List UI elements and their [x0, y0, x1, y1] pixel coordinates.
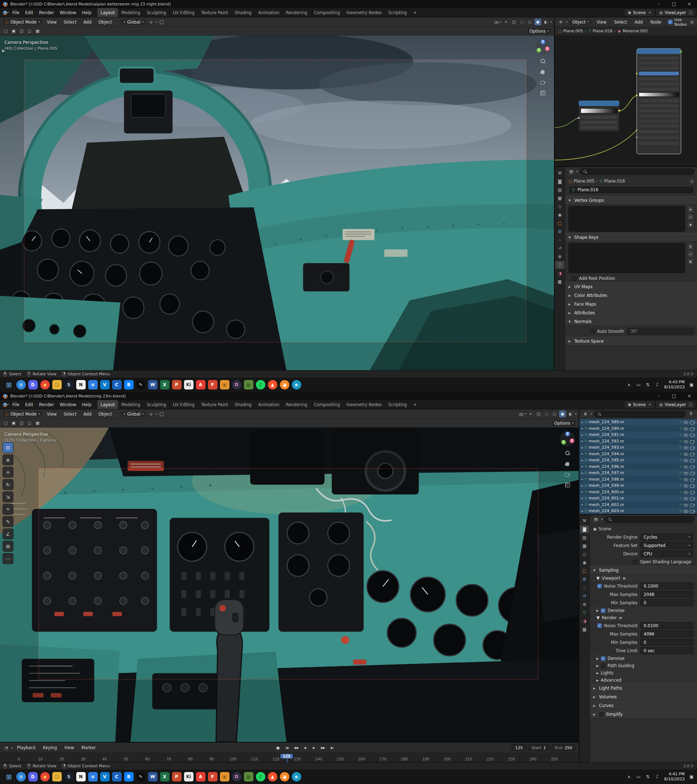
- tray-volume-icon[interactable]: ♪: [655, 382, 660, 387]
- time-limit-field[interactable]: 0 sec: [640, 647, 694, 654]
- viewport-menu-item[interactable]: Object: [96, 19, 115, 25]
- pan-icon[interactable]: [564, 460, 571, 468]
- wireframe-shading-icon[interactable]: ◌: [543, 410, 550, 417]
- vertex-groups-list[interactable]: [568, 206, 685, 232]
- workspace-tab[interactable]: UV Editing: [170, 400, 198, 409]
- outliner-item[interactable]: ▸ ▽ mesh_224_592.nr ▽: [579, 438, 697, 445]
- taskbar-clock[interactable]: 4:41 PM 8/10/2023: [664, 772, 685, 782]
- section-face-maps[interactable]: ▶Face Maps: [565, 300, 697, 308]
- hide-in-viewport-icon[interactable]: [683, 470, 688, 475]
- subsection-render-denoise[interactable]: ▸✓Denoise: [590, 655, 697, 662]
- timeline-editor-icon[interactable]: ◔: [3, 744, 10, 751]
- excel[interactable]: X: [160, 772, 170, 781]
- add-vertex-group-button[interactable]: +: [687, 206, 694, 213]
- select-lasso-icon[interactable]: ◻: [26, 28, 33, 35]
- blender-app[interactable]: ◕: [280, 772, 289, 781]
- expand-icon[interactable]: ▸: [582, 458, 583, 462]
- tool-add-cube[interactable]: ⊞: [3, 541, 13, 552]
- workspace-tab[interactable]: Compositing: [310, 400, 343, 409]
- word[interactable]: W: [148, 380, 158, 389]
- tab-modifiers[interactable]: ⚙: [580, 575, 589, 583]
- axis-y-icon[interactable]: Y: [561, 440, 566, 445]
- show-gizmo-icon[interactable]: ⌖: [503, 18, 509, 25]
- people-app[interactable]: ⊙: [16, 772, 26, 781]
- workspace-tab[interactable]: Scripting: [385, 8, 410, 17]
- visibility-icon[interactable]: [518, 412, 524, 416]
- viewport-max-samples-field[interactable]: 2048: [640, 591, 694, 598]
- section-sampling[interactable]: ▼Sampling: [590, 566, 697, 575]
- jump-to-end-button[interactable]: ▶|: [328, 744, 336, 751]
- menu-item[interactable]: File: [10, 402, 22, 408]
- expand-icon[interactable]: ▸: [582, 433, 583, 436]
- add-rest-position-checkbox[interactable]: [572, 276, 577, 281]
- preset-menu-icon[interactable]: ≡: [623, 576, 626, 581]
- new-viewlayer-icon[interactable]: ❏: [689, 10, 692, 15]
- tab-constraints[interactable]: ⊗: [555, 253, 565, 260]
- mail-app[interactable]: ≡: [88, 380, 98, 389]
- section-shape-keys[interactable]: ▼Shape Keys: [565, 233, 697, 242]
- viewlayer-selector[interactable]: ▤ViewLayer❏: [656, 10, 695, 16]
- viewport-noise-threshold-checkbox[interactable]: ✓: [597, 584, 602, 588]
- snapping-magnet-icon[interactable]: ∪: [148, 410, 155, 417]
- disable-in-render-icon[interactable]: [690, 464, 695, 469]
- options-dropdown[interactable]: Options▾: [552, 420, 577, 427]
- workspace-tab[interactable]: Rendering: [283, 8, 311, 17]
- taskbar-clock[interactable]: 4:43 PM 8/10/2023: [664, 380, 685, 390]
- mail-app[interactable]: ≡: [88, 772, 98, 781]
- expand-icon[interactable]: ▸: [582, 446, 583, 450]
- axis-x-icon[interactable]: X: [570, 438, 574, 443]
- chrome-beta[interactable]: C: [112, 772, 122, 781]
- workspace-tab[interactable]: Modeling: [118, 400, 143, 409]
- workspace-tab[interactable]: Sculpting: [143, 8, 170, 17]
- tab-physics[interactable]: ↺: [555, 244, 565, 252]
- timeline-ruler[interactable]: 0102030405060708090100110120130140150160…: [0, 753, 578, 762]
- tool-scale[interactable]: ⇲: [3, 491, 13, 502]
- shader-type-selector[interactable]: Object▾: [569, 19, 592, 25]
- workspace-tab[interactable]: +: [410, 8, 420, 17]
- workspace-tab[interactable]: UV Editing: [170, 8, 198, 17]
- play-button[interactable]: ▶: [310, 744, 318, 751]
- brave[interactable]: ▲: [268, 380, 277, 389]
- solid-shading-icon[interactable]: ○: [551, 410, 558, 417]
- prev-keyframe-button[interactable]: ◀◀: [292, 744, 300, 751]
- outliner-item[interactable]: ▸ ▽ mesh_224_590.nr ▽: [579, 425, 697, 432]
- workspace-tab[interactable]: Geometry Nodes: [343, 8, 385, 17]
- viewport-menu-item[interactable]: View: [44, 19, 59, 25]
- hide-in-viewport-icon[interactable]: [683, 490, 688, 494]
- close-button[interactable]: ×: [682, 0, 697, 8]
- auto-smooth-checkbox[interactable]: [590, 329, 595, 334]
- disable-in-render-icon[interactable]: [690, 451, 695, 456]
- tab-modifiers[interactable]: ⚙: [555, 227, 565, 236]
- viewport-denoise-checkbox[interactable]: ✓: [601, 608, 606, 613]
- photoshop[interactable]: ✎: [136, 772, 145, 781]
- outliner-editor-icon[interactable]: ≣: [582, 410, 589, 417]
- expand-icon[interactable]: ▸: [582, 497, 583, 500]
- notifications-icon[interactable]: ▣: [689, 774, 694, 779]
- adobe-app[interactable]: A: [196, 380, 206, 389]
- timeline-menu-item[interactable]: Marker: [78, 744, 99, 751]
- tab-material[interactable]: ◑: [555, 269, 565, 277]
- play-reverse-button[interactable]: ◀: [301, 744, 308, 751]
- scene-selector[interactable]: ▣Scene×: [625, 10, 654, 16]
- close-button[interactable]: ×: [682, 392, 697, 400]
- section-texture-space[interactable]: ▶Texture Space: [565, 337, 697, 346]
- visibility-icon[interactable]: [494, 20, 499, 24]
- pin-icon[interactable]: ◎: [689, 18, 695, 25]
- expand-icon[interactable]: ▸: [582, 509, 583, 513]
- vscode[interactable]: V: [100, 772, 110, 781]
- workspace-tab[interactable]: Geometry Nodes: [343, 400, 385, 409]
- chrome[interactable]: ◉: [40, 772, 50, 781]
- disable-in-render-icon[interactable]: [690, 426, 695, 431]
- tool-annotate[interactable]: ✎: [3, 516, 13, 527]
- select-circle-icon[interactable]: ◫: [18, 28, 25, 35]
- device-select[interactable]: CPU▾: [640, 550, 694, 557]
- section-color-attributes[interactable]: ▶Color Attributes: [565, 291, 697, 300]
- tool-move[interactable]: ✛: [3, 467, 13, 478]
- tool-select-box[interactable]: ⊡: [3, 442, 13, 453]
- tweak-tool-icon[interactable]: ▢: [2, 28, 9, 35]
- snapping-magnet-icon[interactable]: ∪: [148, 18, 155, 25]
- outliner-item[interactable]: ▸ ▽ mesh_224_593.nr ▽: [579, 444, 697, 451]
- hide-in-viewport-icon[interactable]: [683, 477, 688, 482]
- proportional-editing-icon[interactable]: ◯: [158, 18, 165, 25]
- section-normals[interactable]: ▼Normals: [565, 317, 697, 326]
